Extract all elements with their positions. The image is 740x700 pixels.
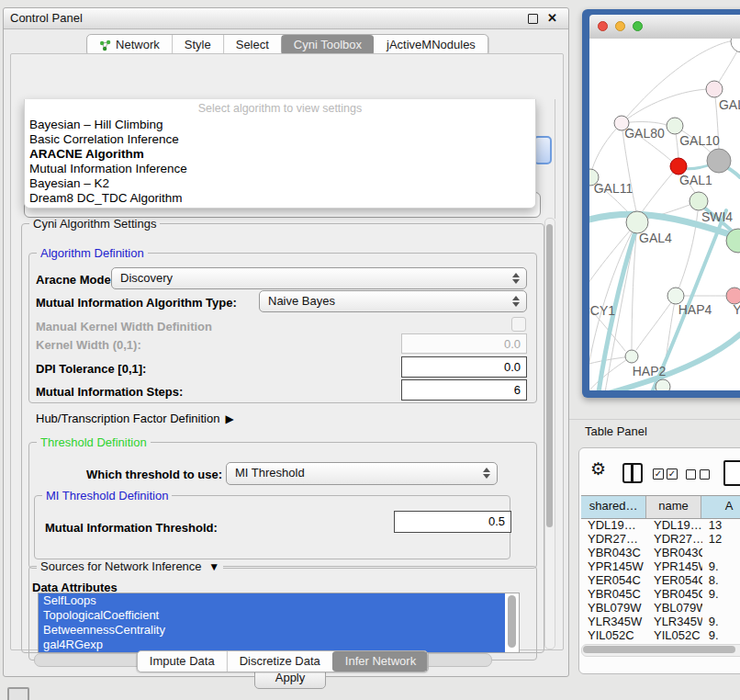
tab-style[interactable]: Style xyxy=(172,35,223,55)
float-window-icon[interactable] xyxy=(528,14,538,24)
attribute-item-selfloops[interactable]: SelfLoops xyxy=(39,593,505,608)
table-row[interactable]: YLR345WYLR345W9. xyxy=(581,615,740,628)
gear-icon[interactable]: ⚙ xyxy=(590,459,606,480)
settings-vertical-scrollbar[interactable] xyxy=(544,218,555,649)
aracne-mode-select[interactable]: Discovery xyxy=(111,267,527,289)
table-row[interactable]: YIL052CYIL052C9. xyxy=(581,628,740,642)
attributes-scrollbar[interactable] xyxy=(508,595,516,648)
scrollbar-thumb[interactable] xyxy=(583,646,735,653)
network-icon xyxy=(99,40,111,51)
table-panel-window: ⚙ ✓ ✓ shared…nameA YDL19…YDL19…13YDR27…Y… xyxy=(578,447,740,674)
network-edge[interactable] xyxy=(642,166,678,212)
table-row[interactable]: YBR043CYBR043C xyxy=(581,546,740,559)
tab-impute-data[interactable]: Impute Data xyxy=(138,651,227,672)
cyni-toolbox-panel: Cyni Algorithm Settings Algorithm Defini… xyxy=(10,53,564,650)
table-cell: YBR045C xyxy=(581,587,647,601)
table-panel-titlebar: Table Panel xyxy=(569,419,740,444)
algorithm-option-bayesian-hill-climbing[interactable]: Bayesian – Hill Climbing xyxy=(25,118,535,132)
table-cell: YER054C xyxy=(647,573,702,587)
algorithm-option-basic-correlation-inference[interactable]: Basic Correlation Inference xyxy=(25,132,535,147)
table-header-row: shared…nameA xyxy=(581,495,740,519)
network-edge[interactable] xyxy=(589,177,590,289)
attribute-item-topologicalcoefficient[interactable]: TopologicalCoefficient xyxy=(39,608,505,623)
table-cell: YDR27… xyxy=(647,532,702,546)
minimize-traffic-light[interactable] xyxy=(615,21,625,31)
algorithm-dropdown-list: Bayesian – Hill ClimbingBasic Correlatio… xyxy=(25,118,535,206)
table-row[interactable]: YDR27…YDR27…12 xyxy=(581,532,740,546)
table-row[interactable]: YDL19…YDL19…13 xyxy=(581,518,740,532)
network-node[interactable] xyxy=(707,149,731,173)
network-canvas[interactable]: GALGAL80GAL10GAL1GAL11SWI4GAL4GCY1HAP4YH… xyxy=(589,39,740,390)
tab-infer-network[interactable]: Infer Network xyxy=(332,651,428,672)
node-label-gcy1: GCY1 xyxy=(589,303,615,318)
mi-threshold-label: Mutual Information Threshold: xyxy=(45,521,218,535)
network-edge[interactable] xyxy=(622,89,714,123)
attribute-item-betweennesscentrality[interactable]: BetweennessCentrality xyxy=(39,623,505,638)
which-threshold-value: MI Threshold xyxy=(235,466,305,480)
unchecked-checkbox-icon[interactable] xyxy=(700,469,710,480)
hub-definition-expander[interactable]: Hub/Transcription Factor Definition▶ xyxy=(36,412,234,425)
minimized-panel-icon[interactable] xyxy=(7,687,29,700)
control-panel-titlebar: Control Panel ✕ xyxy=(4,8,568,29)
mi-algorithm-type-select[interactable]: Naive Bayes xyxy=(259,290,527,312)
column-header-shared[interactable]: shared… xyxy=(581,496,646,518)
mi-threshold-definition-title: MI Threshold Definition xyxy=(42,489,172,502)
network-node[interactable] xyxy=(667,118,683,134)
table-cell: YPR145W xyxy=(647,559,702,573)
mi-threshold-field[interactable]: 0.5 xyxy=(394,511,511,533)
node-label-gal: GAL xyxy=(719,97,740,112)
network-node[interactable] xyxy=(706,81,723,97)
close-icon[interactable]: ✕ xyxy=(547,10,557,27)
close-traffic-light[interactable] xyxy=(598,21,608,31)
algorithm-option-dream8-dc-tdc-algorithm[interactable]: Dream8 DC_TDC Algorithm xyxy=(25,191,535,206)
dpi-tolerance-field[interactable]: 0.0 xyxy=(401,356,527,378)
table-row[interactable]: YPR145WYPR145W9. xyxy=(581,559,740,573)
table-cell: YBR045C xyxy=(647,587,702,601)
split-columns-icon[interactable] xyxy=(622,463,643,483)
data-operation-tab-bar: Impute DataDiscretize DataInfer Network xyxy=(137,650,429,672)
scrollbar-thumb[interactable] xyxy=(546,224,553,527)
checked-checkbox-icon[interactable]: ✓ xyxy=(653,469,664,480)
table-row[interactable]: YBR045CYBR045C9. xyxy=(581,587,740,601)
algorithm-option-mutual-information-inference[interactable]: Mutual Information Inference xyxy=(25,162,535,176)
threshold-definition-title: Threshold Definition xyxy=(37,435,151,449)
tab-discretize-data[interactable]: Discretize Data xyxy=(227,651,332,672)
network-node[interactable] xyxy=(731,39,740,52)
column-header-name[interactable]: name xyxy=(646,496,701,518)
manual-kernel-width-checkbox[interactable] xyxy=(511,317,526,332)
checked-checkbox-icon[interactable]: ✓ xyxy=(667,469,678,480)
mi-steps-field[interactable]: 6 xyxy=(401,379,527,401)
tab-select[interactable]: Select xyxy=(223,35,281,55)
tab-jactivemnodules[interactable]: jActiveMNodules xyxy=(374,35,488,55)
table-cell xyxy=(702,546,740,559)
network-window-titlebar[interactable] xyxy=(589,15,740,40)
algorithm-option-aracne-algorithm[interactable]: ARACNE Algorithm xyxy=(25,147,535,162)
table-cell: 9. xyxy=(702,587,740,601)
document-icon[interactable] xyxy=(723,460,740,486)
data-attributes-list[interactable]: SelfLoopsTopologicalCoefficientBetweenne… xyxy=(38,593,520,653)
tab-cyni-toolbox[interactable]: Cyni Toolbox xyxy=(281,35,374,55)
table-row[interactable]: YBL079WYBL079W xyxy=(581,601,740,615)
network-node[interactable] xyxy=(656,379,670,390)
mi-algorithm-type-value: Naive Bayes xyxy=(268,294,335,308)
column-header-a[interactable]: A xyxy=(701,496,740,518)
network-edge[interactable] xyxy=(636,296,676,350)
node-label-y: Y xyxy=(733,302,740,317)
network-node[interactable] xyxy=(625,350,638,363)
unchecked-checkbox-icon[interactable] xyxy=(686,469,696,480)
kernel-width-field[interactable]: 0.0 xyxy=(401,333,527,354)
which-threshold-select[interactable]: MI Threshold xyxy=(226,462,498,485)
table-row[interactable]: YER054CYER054C8. xyxy=(581,573,740,587)
background-panel-border xyxy=(555,99,555,219)
spinner-arrows-icon xyxy=(512,295,520,308)
network-edge[interactable] xyxy=(592,123,622,169)
network-node[interactable] xyxy=(690,192,708,210)
node-label-hap4: HAP4 xyxy=(678,302,712,317)
algorithm-option-bayesian-k2[interactable]: Bayesian – K2 xyxy=(25,176,535,191)
tab-network[interactable]: Network xyxy=(87,35,172,55)
table-horizontal-scrollbar[interactable] xyxy=(581,644,740,657)
table-cell: 12 xyxy=(702,532,740,546)
algorithm-dropdown-hint: Select algorithm to view settings xyxy=(25,102,535,115)
sources-collapser[interactable]: Sources for Network Inference ▼ xyxy=(37,559,223,573)
zoom-traffic-light[interactable] xyxy=(633,21,643,31)
